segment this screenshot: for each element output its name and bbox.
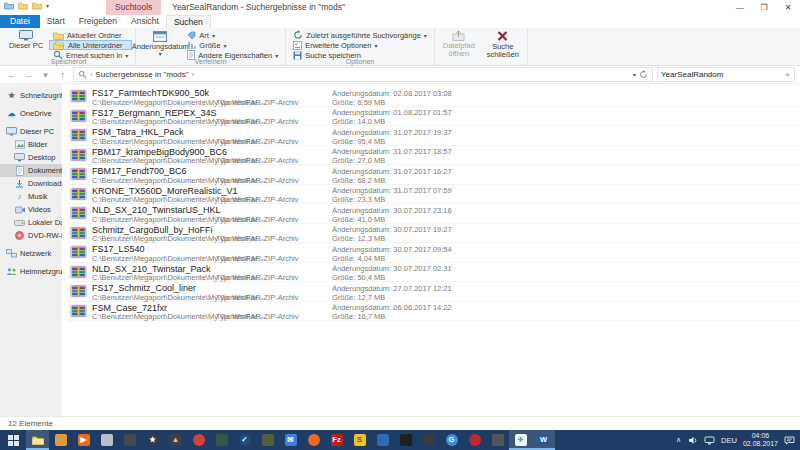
sidebar-item-onedrive[interactable]: ☁OneDrive <box>0 107 62 120</box>
taskbar-app-app-game-scene[interactable] <box>256 430 279 450</box>
address-dropdown-icon[interactable]: ▾ <box>633 71 636 78</box>
file-name: FS17_LS540 <box>92 244 145 254</box>
menu-tab-ansicht[interactable]: Ansicht <box>124 15 166 28</box>
taskbar-app-app-truck-black[interactable] <box>394 430 417 450</box>
minimize-icon[interactable]: — <box>728 0 752 15</box>
app-red-camera-icon <box>469 434 481 446</box>
menu-tab-datei[interactable]: Datei <box>0 15 40 28</box>
ribbon-button-aktueller-ordner[interactable]: Aktueller Ordner <box>49 30 132 40</box>
breadcrumb[interactable]: › Suchergebnisse in "mods" › ▾ <box>73 67 653 82</box>
network-tray-icon[interactable] <box>704 436 715 445</box>
sidebar-item-videos[interactable]: Videos <box>0 203 62 216</box>
file-row[interactable]: NLD_SX_210_Twinstar_PackC:\Benutzer\Mega… <box>68 263 800 283</box>
file-size: Größe: 14,0 MB <box>332 117 385 126</box>
search-box[interactable]: × <box>657 67 795 82</box>
ribbon-button-suche-schliessen[interactable]: Suche schließen <box>482 29 524 60</box>
file-row[interactable]: NLD_SX_210_TwinstarUS_HKLC:\Benutzer\Meg… <box>68 204 800 224</box>
taskbar-app-app-dark-grey[interactable] <box>486 430 509 450</box>
taskbar-app-app-g-circle[interactable]: G <box>440 430 463 450</box>
breadcrumb-segment[interactable]: Suchergebnisse in "mods" <box>95 70 188 79</box>
taskbar-app-app-dark-tools[interactable] <box>118 430 141 450</box>
file-row[interactable]: FSM_Tatra_HKL_PackC:\Benutzer\Megaport\D… <box>68 126 800 146</box>
app-dark-circle-icon <box>423 434 435 446</box>
ribbon-button-grosse[interactable]: Größe▾ <box>183 40 282 50</box>
ribbon-button-dieser-pc[interactable]: Dieser PC <box>5 29 47 51</box>
sidebar-item-label: Downloads <box>28 179 62 188</box>
volume-icon[interactable] <box>687 436 698 445</box>
ribbon-button-anderungsdatum[interactable]: Änderungsdatum▾ <box>139 29 181 58</box>
file-row[interactable]: FSM_Case_721fxrC:\Benutzer\Megaport\Doku… <box>68 302 800 322</box>
sidebar-item-desktop[interactable]: Desktop <box>0 151 62 164</box>
file-row[interactable]: Schmitz_CargoBull_by_HoFFiC:\Benutzer\Me… <box>68 224 800 244</box>
menu-tab-freigeben[interactable]: Freigeben <box>72 15 124 28</box>
taskbar-app-firefox[interactable] <box>302 430 325 450</box>
file-row[interactable]: FS17_FarmtechTDK900_50kC:\Benutzer\Megap… <box>68 87 800 107</box>
taskbar-app-app-media-player[interactable]: ▶ <box>72 430 95 450</box>
taskbar-app-word[interactable]: W <box>532 430 555 450</box>
taskbar-app-app-blue-check[interactable]: ✓ <box>233 430 256 450</box>
file-row[interactable]: FBM17_Fendt700_BC6C:\Benutzer\Megaport\D… <box>68 165 800 185</box>
file-row[interactable]: FS17_Bergmann_REPEX_34SC:\Benutzer\Megap… <box>68 107 800 127</box>
sidebar-item-downloads[interactable]: Downloads <box>0 177 62 190</box>
sidebar-item-heimnetzgruppe[interactable]: Heimnetzgruppe <box>0 265 62 278</box>
contextual-tab-suchtools[interactable]: Suchtools <box>106 0 161 15</box>
taskbar-app-app-red-camera[interactable] <box>463 430 486 450</box>
file-row[interactable]: FS17_LS540C:\Benutzer\Megaport\Dokumente… <box>68 243 800 263</box>
action-center-icon[interactable] <box>784 436 795 445</box>
taskbar-app-app-prism[interactable]: ▲ <box>164 430 187 450</box>
sidebar-item-dieser-pc[interactable]: Dieser PC <box>0 125 62 138</box>
taskbar-app-filezilla[interactable]: Fz <box>325 430 348 450</box>
taskbar-app-app-mail[interactable]: ✉ <box>279 430 302 450</box>
forward-icon[interactable]: → <box>22 70 35 80</box>
chevron-down-icon: ▾ <box>159 51 162 57</box>
up-icon[interactable]: ↑ <box>56 70 69 80</box>
taskbar-app-app-grey-disk[interactable] <box>95 430 118 450</box>
sidebar-item-lokaler-datentrager[interactable]: Lokaler Datenträger <box>0 216 62 229</box>
back-icon[interactable]: ← <box>5 70 18 80</box>
file-row[interactable]: KRONE_TX560D_MoreRealistic_V1C:\Benutzer… <box>68 185 800 205</box>
clear-search-icon[interactable]: × <box>784 70 791 79</box>
file-type: Typ: WinRAR-ZIP-Archiv <box>216 293 299 302</box>
ribbon-button-erweiterte-optionen[interactable]: Erweiterte Optionen▾ <box>289 40 431 50</box>
taskbar-app-app-orange-book[interactable] <box>49 430 72 450</box>
close-icon[interactable]: ✕ <box>776 0 800 15</box>
menu-tab-suchen[interactable]: Suchen <box>166 15 211 28</box>
sidebar-item-dvd-rw-laufwerk[interactable]: DVD-RW-Laufwerk <box>0 229 62 242</box>
taskbar-app-app-blue-square[interactable] <box>371 430 394 450</box>
file-size: Größe: 6,59 MB <box>332 98 385 107</box>
taskbar-app-app-dark-star[interactable]: ★ <box>141 430 164 450</box>
quick-access-toolbar: ▾ <box>4 1 49 10</box>
file-row[interactable]: FBM17_krampeBigBody900_BC6C:\Benutzer\Me… <box>68 146 800 166</box>
language-indicator[interactable]: DEU <box>721 436 737 445</box>
ribbon-button-zuletzt-ausgefuhrte-suchvorgange[interactable]: Zuletzt ausgeführte Suchvorgänge▾ <box>289 30 431 40</box>
start-button[interactable] <box>0 430 26 450</box>
sidebar-item-dokumente[interactable]: Dokumente <box>0 164 62 177</box>
history-chevron-icon[interactable]: ▾ <box>39 70 52 80</box>
clock[interactable]: 04:06 02.08.2017 <box>743 432 778 449</box>
network-icon <box>6 249 17 258</box>
chevron-down-icon[interactable]: ▾ <box>46 2 49 9</box>
ribbon-button-art[interactable]: Art▾ <box>183 30 282 40</box>
maximize-icon[interactable]: ❐ <box>752 0 776 15</box>
taskbar-app-app-green-tree[interactable] <box>210 430 233 450</box>
tray-chevron-up-icon[interactable]: ∧ <box>676 436 681 444</box>
taskbar-app-app-yellow-s[interactable]: S <box>348 430 371 450</box>
explorer-icon[interactable] <box>4 1 14 10</box>
taskbar-app-app-dark-circle[interactable] <box>417 430 440 450</box>
folder-icon[interactable] <box>32 1 42 10</box>
search-input[interactable] <box>661 70 784 79</box>
ribbon-button-alle-unterordner[interactable]: Alle Unterordner <box>49 40 132 50</box>
sidebar-item-schnellzugriff[interactable]: ★Schnellzugriff <box>0 89 62 102</box>
taskbar-app-telegram[interactable]: ✈ <box>509 430 532 450</box>
taskbar-app-file-explorer[interactable] <box>26 430 49 450</box>
taskbar-app-app-red-badge[interactable] <box>187 430 210 450</box>
sidebar-item-bilder[interactable]: Bilder <box>0 138 62 151</box>
sidebar-item-netzwerk[interactable]: Netzwerk <box>0 247 62 260</box>
app-media-player-icon: ▶ <box>78 434 90 446</box>
folder-icon[interactable] <box>18 1 28 10</box>
sidebar-item-musik[interactable]: ♪Musik <box>0 190 62 203</box>
refresh-icon[interactable] <box>639 70 648 79</box>
file-row[interactable]: FS17_Schmitz_Cool_linerC:\Benutzer\Megap… <box>68 282 800 302</box>
file-date-modified: Änderungsdatum: 30.07.2017 09:54 <box>332 245 452 254</box>
menu-tab-start[interactable]: Start <box>40 15 72 28</box>
